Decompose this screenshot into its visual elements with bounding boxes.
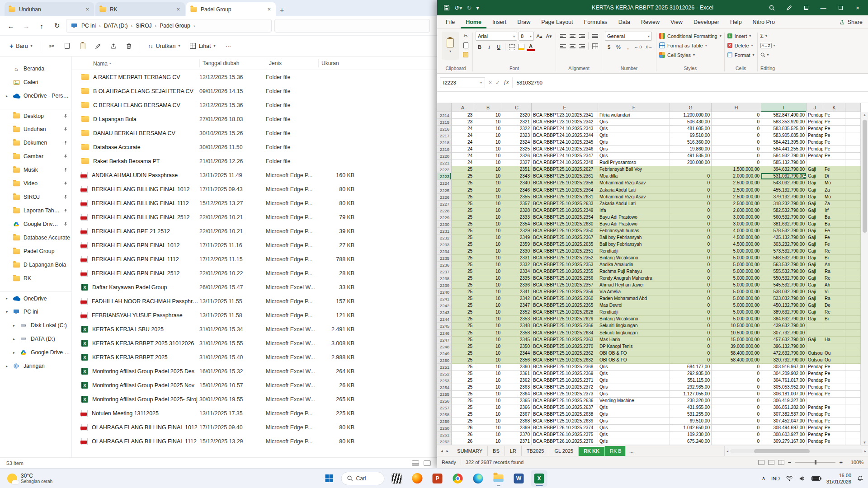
cell-I2254[interactable]: 305.053.952,00	[761, 384, 807, 391]
column-header-G[interactable]: G	[670, 103, 712, 112]
cell-F2232[interactable]: Ball boy Febriansyah	[598, 235, 670, 241]
cell-G2223[interactable]: 0	[670, 173, 712, 180]
ribbon-tab-formulas[interactable]: Formulas	[579, 15, 613, 28]
row-header-2261[interactable]: 2261	[437, 432, 452, 438]
cell-G2221[interactable]: 200.000,00	[670, 160, 712, 166]
cell-G2239[interactable]: 0	[670, 282, 712, 289]
explorer-search-box[interactable]	[274, 19, 430, 33]
ribbon-tab-page-layout[interactable]: Page Layout	[536, 15, 578, 28]
cell-E2242[interactable]: BCA.RBBPT.25.10.2025.2365	[532, 302, 598, 309]
cell-K2255[interactable]: Pe	[823, 391, 845, 398]
undo-button[interactable]: ↺▾	[454, 5, 462, 11]
sidebar-item-laporan-tahuna[interactable]: Laporan Tahuna	[0, 204, 71, 217]
sidebar-item-siroj[interactable]: SIROJ	[0, 190, 71, 204]
cell-F2248[interactable]: DP Kanopi Tenis	[598, 343, 670, 350]
cell-K2236[interactable]: An	[823, 262, 845, 268]
cell-K2256[interactable]	[823, 398, 845, 404]
cell-G2260[interactable]: 1.042.650,00	[670, 425, 712, 432]
cell-B2227[interactable]: 10	[474, 201, 502, 207]
cell-C2249[interactable]: 2344	[502, 350, 532, 357]
cell-G2254[interactable]: 292.935,00	[670, 384, 712, 391]
cell-K2231[interactable]: Fe	[823, 228, 845, 235]
file-row[interactable]: XKERTAS KERJA RBBPT 202531/01/2026 15.40…	[72, 350, 437, 364]
row-header-2234[interactable]: 2234	[437, 248, 452, 255]
cell-C2259[interactable]: 2368	[502, 418, 532, 425]
row-header-2237[interactable]: 2237	[437, 268, 452, 275]
cell-K2252[interactable]: Pe	[823, 371, 845, 377]
cell-J2224[interactable]: Gaji	[807, 180, 823, 187]
cell-J2232[interactable]: Gaji	[807, 235, 823, 241]
taskbar-app-word[interactable]: W	[511, 470, 527, 487]
cell-G2217[interactable]: 69.510,00	[670, 132, 712, 139]
cell-J2222[interactable]: Gaji	[807, 166, 823, 173]
sidebar-item-rk[interactable]: RK	[0, 272, 71, 285]
cell-B2218[interactable]: 10	[474, 139, 502, 146]
row-header-2230[interactable]: 2230	[437, 221, 452, 228]
cell-J2230[interactable]: Gaji	[807, 221, 823, 228]
row-header-2247[interactable]: 2247	[437, 337, 452, 343]
cell-F2222[interactable]: Febriansyah Ball Voy	[598, 166, 670, 173]
file-row[interactable]: DANAU BERKAH BERSAMA CV30/10/2025 15.26F…	[72, 126, 437, 140]
cell-I2239[interactable]: 545.532.790,00	[761, 282, 807, 289]
cell-K2214[interactable]: Pe	[823, 112, 845, 119]
cell-B2226[interactable]: 10	[474, 194, 502, 201]
cell-B2259[interactable]: 10	[474, 418, 502, 425]
cell-K2244[interactable]: Bi	[823, 316, 845, 323]
file-row[interactable]: XKERTAS KERJA RBBPT 2025 3101202631/01/2…	[72, 336, 437, 350]
cell-E2244[interactable]: BCA.RBBPT.25.10.2025.2629	[532, 316, 598, 323]
redo-button[interactable]: ↻	[467, 5, 472, 11]
cell-I2236[interactable]: 563.532.790,00	[761, 262, 807, 268]
cell-C2218[interactable]: 2324	[502, 139, 532, 146]
row-header-2236[interactable]: 2236	[437, 262, 452, 268]
font-color-button[interactable]: A	[527, 43, 535, 51]
sheet-tab-summary[interactable]: SUMMARY	[452, 446, 488, 456]
cell-B2228[interactable]: 10	[474, 207, 502, 214]
cell-F2262[interactable]: Qris	[598, 438, 670, 445]
cell-E2262[interactable]: BCA.RBBPT.26.10.2025.2376	[532, 438, 598, 445]
file-row[interactable]: BERKAH ELANG BILLING FINAL 101217/11/202…	[72, 182, 437, 196]
cell-G2244[interactable]: 0	[670, 316, 712, 323]
scrollbar-thumb[interactable]	[754, 449, 810, 453]
cell-J2260[interactable]: Pendapa	[807, 425, 823, 432]
cell-B2248[interactable]: 10	[474, 343, 502, 350]
cell-F2217[interactable]: Qris	[598, 132, 670, 139]
cell-G2233[interactable]: 0	[670, 241, 712, 248]
cell-A2217[interactable]: 24	[452, 132, 474, 139]
cell-K2262[interactable]: Pe	[823, 438, 845, 445]
cell-J2231[interactable]: Gaji	[807, 228, 823, 235]
cell-C2232[interactable]: 2349	[502, 235, 532, 241]
cell-C2216[interactable]: 2322	[502, 126, 532, 132]
cell-E2226[interactable]: BCA.RBBPT.25.10.2025.2631	[532, 194, 598, 201]
cell-H2227[interactable]: 2.500.000,00	[712, 201, 761, 207]
cell-C2227[interactable]: 2357	[502, 201, 532, 207]
row-header-2228[interactable]: 2228	[437, 207, 452, 214]
cell-H2217[interactable]: 0	[712, 132, 761, 139]
cell-K2238[interactable]: Re	[823, 275, 845, 282]
cell-H2250[interactable]: 58.400.000,00	[712, 357, 761, 364]
cell-A2241[interactable]: 25	[452, 296, 474, 302]
cell-styles-button[interactable]: Cell Styles▾	[659, 51, 695, 59]
minimize-button[interactable]: —	[816, 1, 831, 14]
new-button[interactable]: + Baru ▾	[5, 40, 37, 52]
cell-H2235[interactable]: 5.000.000,00	[712, 255, 761, 262]
sidebar-item-dokumen[interactable]: Dokumen	[0, 136, 71, 150]
row-header-2245[interactable]: 2245	[437, 323, 452, 329]
cell-B2230[interactable]: 10	[474, 221, 502, 228]
cell-I2246[interactable]: 307.732.790,00	[761, 330, 807, 337]
cell-J2240[interactable]: Gaji	[807, 289, 823, 296]
comma-style-button[interactable]: ,	[624, 43, 632, 51]
row-header-2248[interactable]: 2248	[437, 343, 452, 350]
cell-K2220[interactable]: Pe	[823, 153, 845, 160]
cell-A2260[interactable]: 26	[452, 425, 474, 432]
cell-I2257[interactable]: 306.851.282,00	[761, 404, 807, 411]
cell-A2236[interactable]: 25	[452, 262, 474, 268]
cancel-icon[interactable]: ×	[489, 80, 492, 86]
cell-K2224[interactable]: Mo	[823, 180, 845, 187]
cell-K2257[interactable]: Pe	[823, 404, 845, 411]
cell-I2252[interactable]: 304.209.902,00	[761, 371, 807, 377]
search-icon[interactable]	[764, 1, 779, 14]
cell-A2222[interactable]: 25	[452, 166, 474, 173]
cell-C2225[interactable]: 2346	[502, 187, 532, 194]
align-right-button[interactable]	[578, 42, 586, 50]
cell-J2217[interactable]: Pendapa	[807, 132, 823, 139]
